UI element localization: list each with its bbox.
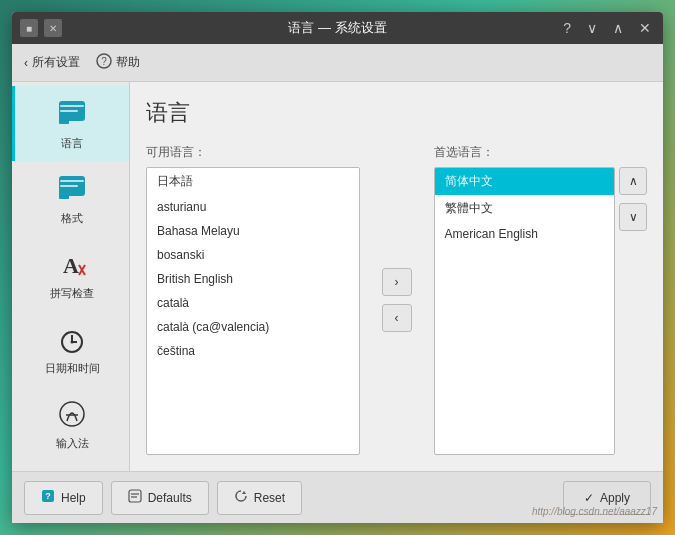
apply-check-icon: ✓: [584, 491, 594, 505]
help-button-label: Help: [61, 491, 86, 505]
svg-point-17: [60, 402, 84, 426]
sidebar-item-language[interactable]: 语言: [12, 86, 129, 161]
move-down-button[interactable]: ∨: [619, 203, 647, 231]
pin-icon[interactable]: ✕: [44, 19, 62, 37]
watermark: http://blog.csdn.net/aaazz17: [532, 506, 657, 517]
main-window: ■ ✕ 语言 — 系统设置 ? ∨ ∧ ✕ ‹ 所有设置 ? 帮助: [12, 12, 663, 523]
svg-rect-4: [60, 105, 84, 107]
remove-from-preferred-button[interactable]: ‹: [382, 304, 412, 332]
list-item[interactable]: 繁體中文: [435, 195, 615, 222]
available-label: 可用语言：: [146, 144, 360, 161]
svg-rect-21: [129, 490, 141, 502]
list-item[interactable]: català (ca@valencia): [147, 315, 359, 339]
defaults-button-label: Defaults: [148, 491, 192, 505]
reset-button-label: Reset: [254, 491, 285, 505]
help-icon[interactable]: ?: [559, 18, 575, 38]
add-to-preferred-button[interactable]: ›: [382, 268, 412, 296]
sidebar-label-format: 格式: [61, 211, 83, 226]
sidebar: 语言 格式 A: [12, 82, 130, 471]
list-item[interactable]: bosanski: [147, 243, 359, 267]
titlebar: ■ ✕ 语言 — 系统设置 ? ∨ ∧ ✕: [12, 12, 663, 44]
window-menu-icon[interactable]: ■: [20, 19, 38, 37]
sidebar-item-datetime[interactable]: 日期和时间: [12, 311, 129, 386]
svg-text:A: A: [63, 253, 79, 278]
spell-icon: A: [54, 246, 90, 282]
language-section: 可用语言： 日本語 asturianu Bahasa Melayu bosans…: [146, 144, 647, 455]
svg-rect-9: [60, 185, 78, 187]
apply-button-label: Apply: [600, 491, 630, 505]
titlebar-controls: ? ∨ ∧ ✕: [559, 18, 655, 38]
available-languages-list[interactable]: 日本語 asturianu Bahasa Melayu bosanski Bri…: [146, 167, 360, 455]
sidebar-label-datetime: 日期和时间: [45, 361, 100, 376]
sidebar-label-language: 语言: [61, 136, 83, 151]
page-title: 语言: [146, 98, 647, 128]
preferred-label: 首选语言：: [434, 144, 648, 161]
help-circle-icon: ?: [96, 53, 112, 72]
list-item[interactable]: asturianu: [147, 195, 359, 219]
help-button-icon: ?: [41, 489, 55, 506]
back-arrow-icon: ‹: [24, 56, 28, 70]
svg-rect-5: [60, 110, 78, 112]
window-title: 语言 — 系统设置: [288, 19, 386, 37]
list-item[interactable]: 日本語: [147, 168, 359, 195]
list-item[interactable]: British English: [147, 267, 359, 291]
close-button[interactable]: ✕: [635, 18, 655, 38]
preferred-list-area: 简体中文 繁體中文 American English ∧ ∨: [434, 167, 648, 455]
list-item[interactable]: català: [147, 291, 359, 315]
minimize-button[interactable]: ∨: [583, 18, 601, 38]
footer-left-buttons: ? Help Defaults: [24, 481, 555, 515]
sidebar-label-input: 输入法: [56, 436, 89, 451]
svg-rect-7: [59, 191, 69, 199]
maximize-button[interactable]: ∧: [609, 18, 627, 38]
defaults-icon: [128, 489, 142, 506]
defaults-button[interactable]: Defaults: [111, 481, 209, 515]
sidebar-item-input[interactable]: 输入法: [12, 386, 129, 461]
topbar: ‹ 所有设置 ? 帮助: [12, 44, 663, 82]
move-up-button[interactable]: ∧: [619, 167, 647, 195]
reset-icon: [234, 489, 248, 506]
reset-button[interactable]: Reset: [217, 481, 302, 515]
main-content: 语言 可用语言： 日本語 asturianu Bahasa Melayu bos…: [130, 82, 663, 471]
sidebar-item-spell[interactable]: A 拼写检查: [12, 236, 129, 311]
svg-text:?: ?: [45, 491, 51, 501]
svg-text:?: ?: [101, 56, 107, 67]
datetime-icon: [54, 321, 90, 357]
language-icon: [54, 96, 90, 132]
list-item[interactable]: 简体中文: [435, 168, 615, 195]
content-area: 语言 格式 A: [12, 82, 663, 471]
back-button[interactable]: ‹ 所有设置: [24, 54, 80, 71]
sidebar-label-spell: 拼写检查: [50, 286, 94, 301]
sidebar-item-format[interactable]: 格式: [12, 161, 129, 236]
preferred-languages-panel: 首选语言： 简体中文 繁體中文 American English ∧ ∨: [434, 144, 648, 455]
titlebar-left: ■ ✕: [20, 19, 62, 37]
help-button[interactable]: ? Help: [24, 481, 103, 515]
input-icon: [54, 396, 90, 432]
format-icon: [54, 171, 90, 207]
transfer-buttons: › ‹: [376, 144, 418, 455]
list-item[interactable]: čeština: [147, 339, 359, 363]
reorder-buttons: ∧ ∨: [619, 167, 647, 455]
list-item[interactable]: Bahasa Melayu: [147, 219, 359, 243]
list-item[interactable]: American English: [435, 222, 615, 246]
back-label: 所有设置: [32, 54, 80, 71]
svg-point-16: [71, 341, 74, 344]
help-nav-label: 帮助: [116, 54, 140, 71]
available-languages-panel: 可用语言： 日本語 asturianu Bahasa Melayu bosans…: [146, 144, 360, 455]
help-nav-button[interactable]: ? 帮助: [96, 53, 140, 72]
svg-rect-3: [59, 116, 69, 124]
preferred-languages-list[interactable]: 简体中文 繁體中文 American English: [434, 167, 616, 455]
svg-rect-8: [60, 180, 84, 182]
